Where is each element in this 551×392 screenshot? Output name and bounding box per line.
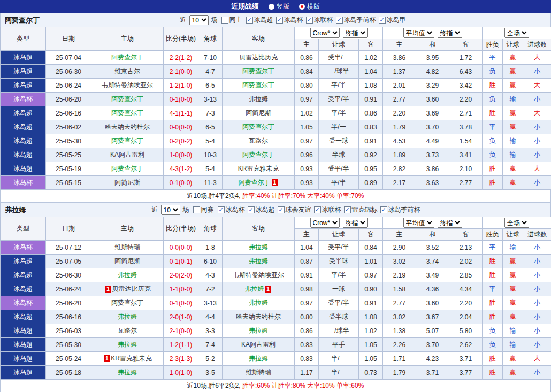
away-team-link[interactable]: 弗拉姆 bbox=[245, 285, 264, 293]
league-filter-checkbox[interactable]: ✓冰岛季前杯 bbox=[336, 16, 376, 25]
away-team-link[interactable]: 阿费查尔丁 bbox=[242, 81, 274, 89]
score-cell[interactable]: 0-0(0-0) bbox=[164, 241, 198, 255]
away-team-cell: 哈夫纳夫约杜尔 bbox=[223, 310, 295, 324]
odds-source-select[interactable]: 全场 bbox=[504, 218, 529, 228]
score-cell[interactable]: 1-2(1-0) bbox=[164, 79, 198, 93]
league-filter-checkbox[interactable]: ✓冰岛超 bbox=[246, 16, 273, 25]
score-cell[interactable]: 0-1(0-0) bbox=[164, 296, 198, 310]
score-cell[interactable]: 2-0(1-0) bbox=[164, 310, 198, 324]
league-filter-checkbox[interactable]: ✓冰岛甲 bbox=[379, 16, 406, 25]
home-team-link[interactable]: 弗拉姆 bbox=[118, 271, 137, 279]
away-team-link[interactable]: 弗拉姆 bbox=[249, 299, 268, 306]
score-cell[interactable]: 0-1(0-0) bbox=[164, 176, 198, 190]
home-team-link[interactable]: 维京古尔 bbox=[114, 67, 140, 75]
score-cell[interactable]: 2-2(1-2) bbox=[164, 51, 198, 65]
odds-source-select[interactable]: 终指 bbox=[343, 218, 368, 228]
score-cell[interactable]: 1-0(0-0) bbox=[164, 148, 198, 162]
same-home-checkbox[interactable]: 同主 bbox=[221, 16, 242, 25]
league-filter-checkbox[interactable]: ✓雷克锦标 bbox=[344, 205, 378, 214]
odds-source-select[interactable]: 终指 bbox=[438, 28, 462, 38]
league-filter-checkbox[interactable]: ✓冰岛杯 bbox=[276, 16, 303, 25]
odds-source-select[interactable]: 平均值 bbox=[403, 28, 434, 38]
layout-radio-vertical[interactable]: 竖版 bbox=[269, 2, 289, 11]
home-team-link[interactable]: 维斯特瑞 bbox=[114, 243, 140, 251]
away-team-link[interactable]: 阿费查尔丁 bbox=[239, 179, 271, 186]
home-team-link[interactable]: 阿费查尔丁 bbox=[111, 299, 143, 306]
odds-source-select[interactable]: 全场 bbox=[504, 28, 529, 38]
home-team-link[interactable]: 阿费查尔丁 bbox=[111, 109, 143, 117]
away-team-link[interactable]: 阿费查尔丁 bbox=[242, 67, 274, 75]
away-team-link[interactable]: 阿费查尔丁 bbox=[242, 123, 274, 130]
match-row: 冰岛超25-06-16阿费查尔丁4-1(1-1)7-3阿简尼斯1.02平/半0.… bbox=[1, 106, 551, 120]
league-filter-checkbox[interactable]: ✓球会友谊 bbox=[278, 205, 311, 214]
away-team-link[interactable]: 弗拉姆 bbox=[249, 327, 268, 334]
score-cell[interactable]: 2-3(1-3) bbox=[164, 352, 198, 366]
score-cell[interactable]: 4-3(1-2) bbox=[164, 162, 198, 176]
league-filter-checkbox[interactable]: ✓冰岛季前杯 bbox=[380, 205, 420, 214]
home-team-link[interactable]: 阿简尼斯 bbox=[114, 179, 140, 186]
score-cell[interactable]: 2-1(0-0) bbox=[164, 324, 198, 338]
odds-source-select[interactable]: Crow* bbox=[310, 28, 340, 38]
away-team-link[interactable]: 瓦路尔 bbox=[249, 137, 268, 144]
away-team-link[interactable]: 韦斯特曼纳埃亚尔 bbox=[233, 271, 284, 279]
home-team-link[interactable]: 贝雷达比历克 bbox=[112, 285, 151, 293]
score-cell[interactable]: 0-1(0-1) bbox=[164, 255, 198, 268]
checkbox-unchecked-icon bbox=[193, 206, 200, 213]
away-team-link[interactable]: KA阿古雷利 bbox=[241, 341, 276, 348]
home-team-link[interactable]: KA阿古雷利 bbox=[110, 151, 144, 158]
home-team-link[interactable]: 哈夫纳夫约杜尔 bbox=[105, 123, 150, 130]
home-team-link[interactable]: 阿费查尔丁 bbox=[111, 165, 143, 172]
score-cell[interactable]: 2-1(0-0) bbox=[164, 65, 198, 79]
league-filter-checkbox[interactable]: ✓冰岛杯 bbox=[218, 205, 245, 214]
home-team-cell: 阿简尼斯 bbox=[91, 176, 164, 190]
score-cell[interactable]: 1-0(1-0) bbox=[164, 366, 198, 380]
score-cell[interactable]: 1-1(0-0) bbox=[164, 282, 198, 296]
away-team-link[interactable]: 弗拉姆 bbox=[249, 257, 268, 265]
away-team-cell: 贝雷达比历克 bbox=[223, 51, 295, 65]
odds-source-select[interactable]: 平均值 bbox=[403, 218, 434, 228]
home-team-link[interactable]: 阿简尼斯 bbox=[114, 257, 140, 265]
red-card-badge: 1 bbox=[104, 355, 110, 362]
away-team-link[interactable]: 维斯特瑞 bbox=[246, 368, 271, 376]
recent-count-select[interactable]: 10 bbox=[161, 205, 180, 215]
league-filter-checkbox[interactable]: ✓冰联杯 bbox=[314, 205, 341, 214]
home-team-link[interactable]: 阿费查尔丁 bbox=[111, 95, 143, 103]
layout-radio-horizontal[interactable]: 横版 bbox=[299, 2, 320, 11]
red-card-badge: 1 bbox=[105, 286, 111, 293]
date-cell: 25-07-04 bbox=[46, 51, 91, 65]
avg-draw-cell: 3.73 bbox=[416, 148, 449, 162]
score-cell[interactable]: 2-0(2-0) bbox=[164, 268, 198, 282]
score-cell[interactable]: 0-2(0-2) bbox=[164, 134, 198, 148]
score-cell[interactable]: 1-2(1-1) bbox=[164, 338, 198, 352]
away-team-link[interactable]: KR雷克雅未克 bbox=[238, 165, 279, 172]
avg-home-cell: 2.17 bbox=[383, 176, 416, 190]
score-cell[interactable]: 4-1(1-1) bbox=[164, 106, 198, 120]
league-filter-label: 冰岛超 bbox=[254, 16, 273, 25]
home-team-link[interactable]: 弗拉姆 bbox=[118, 368, 137, 376]
home-team-link[interactable]: 弗拉姆 bbox=[118, 313, 137, 320]
odds-source-select[interactable]: 终指 bbox=[438, 218, 462, 228]
away-team-link[interactable]: 弗拉姆 bbox=[249, 355, 268, 362]
away-team-link[interactable]: 弗拉姆 bbox=[249, 243, 268, 251]
home-team-link[interactable]: 阿费查尔丁 bbox=[111, 137, 143, 144]
odds-source-select[interactable]: 终指 bbox=[343, 28, 368, 38]
away-team-link[interactable]: 阿费查尔丁 bbox=[242, 151, 274, 158]
away-team-link[interactable]: 哈夫纳夫约杜尔 bbox=[236, 313, 281, 320]
league-filter-checkbox[interactable]: ✓冰岛超 bbox=[248, 205, 275, 214]
away-team-link[interactable]: 阿简尼斯 bbox=[246, 109, 271, 117]
score-cell[interactable]: 0-1(0-0) bbox=[164, 93, 198, 106]
home-team-link[interactable]: 弗拉姆 bbox=[118, 341, 137, 348]
home-team-link[interactable]: 韦斯特曼纳埃亚尔 bbox=[102, 81, 153, 89]
home-team-link[interactable]: 阿费查尔丁 bbox=[111, 53, 143, 61]
league-cell: 冰岛超 bbox=[1, 79, 46, 93]
score-cell[interactable]: 0-0(0-0) bbox=[164, 120, 198, 134]
recent-count-select[interactable]: 10 bbox=[189, 15, 209, 25]
column-header: 胜负 bbox=[483, 39, 503, 51]
home-team-link[interactable]: 瓦路尔 bbox=[118, 327, 137, 334]
away-team-link[interactable]: 弗拉姆 bbox=[249, 95, 268, 103]
home-team-link[interactable]: KR雷克雅未克 bbox=[111, 355, 152, 362]
same-competition-checkbox[interactable]: 同赛 bbox=[193, 205, 214, 214]
away-team-link[interactable]: 贝雷达比历克 bbox=[239, 53, 278, 61]
league-filter-checkbox[interactable]: ✓冰联杯 bbox=[306, 16, 333, 25]
odds-source-select[interactable]: Crow* bbox=[310, 218, 340, 228]
